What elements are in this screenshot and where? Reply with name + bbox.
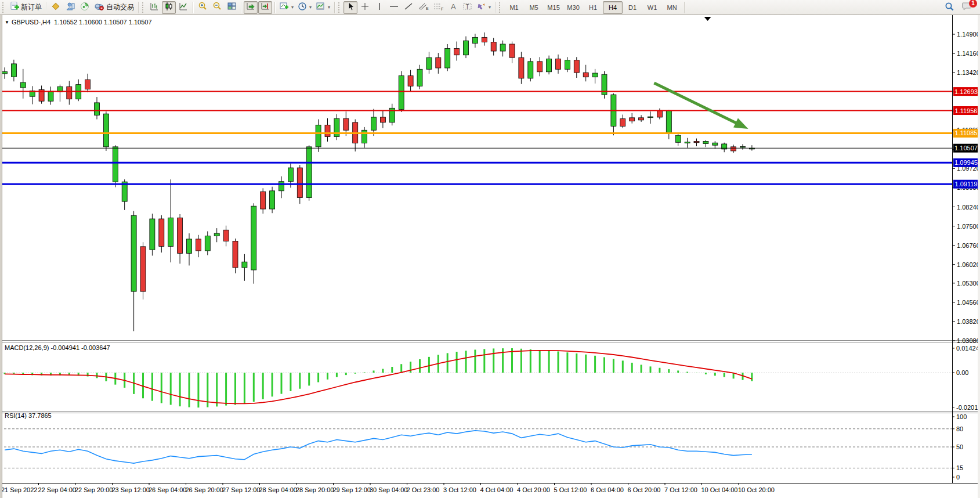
vertical-line-tool-button[interactable]	[373, 1, 386, 14]
candle	[279, 182, 284, 191]
candle	[547, 59, 552, 71]
candle	[565, 60, 570, 70]
candle	[85, 80, 91, 89]
templates-icon	[316, 2, 326, 13]
text-label-tool-button[interactable]: T	[461, 1, 475, 14]
candle	[519, 57, 524, 78]
candle	[2, 71, 8, 74]
candlestick-chart-icon	[164, 2, 173, 13]
candle	[288, 168, 293, 182]
new-chart-button[interactable]: ▾	[277, 1, 295, 14]
timeframe-button-m1[interactable]: M1	[504, 1, 524, 14]
zoom-out-button[interactable]	[210, 1, 224, 14]
shapes-tool-button[interactable]: ▾	[475, 1, 493, 14]
timeframe-button-d1[interactable]: D1	[623, 1, 642, 14]
candle	[528, 62, 533, 78]
chevron-down-icon: ▾	[291, 5, 294, 10]
notifications-button[interactable]: 1	[960, 1, 974, 14]
window-border-left	[0, 15, 2, 498]
candle	[464, 41, 469, 55]
timeframe-button-mn[interactable]: MN	[662, 1, 682, 14]
toolbar-drag-handle[interactable]	[2, 2, 6, 13]
candle	[648, 117, 653, 118]
pane-splitter-macd[interactable]	[0, 339, 980, 342]
timeframe-button-h4[interactable]: H4	[603, 1, 623, 14]
trendline-icon	[404, 2, 413, 13]
candle	[445, 49, 450, 68]
new-order-icon	[9, 1, 19, 13]
time-axis[interactable]	[0, 483, 952, 498]
new-chart-icon	[279, 2, 289, 13]
horizontal-line-tool-button[interactable]	[387, 1, 401, 14]
candle	[187, 239, 192, 254]
fibonacci-tool-button[interactable]: F	[431, 1, 446, 14]
candle	[205, 236, 210, 251]
candle	[500, 44, 505, 51]
timeframe-button-h1[interactable]: H1	[583, 1, 603, 14]
profiles-button[interactable]	[63, 1, 77, 14]
line-chart-button[interactable]	[176, 1, 190, 14]
toolbar-drag-handle[interactable]	[338, 2, 342, 13]
zoom-in-button[interactable]	[196, 1, 209, 14]
timeframe-button-w1[interactable]: W1	[642, 1, 662, 14]
candle	[150, 219, 155, 250]
toolbar-drag-handle[interactable]	[499, 2, 502, 13]
candle	[639, 118, 644, 120]
toolbar-drag-handle[interactable]	[142, 2, 146, 13]
chart-canvas[interactable]: 1.149001.141601.134201.126801.119401.112…	[0, 15, 980, 498]
trading-terminal-window: 新订单 自动交易	[0, 0, 980, 498]
chart-collapse-icon[interactable]: ▼	[5, 20, 9, 25]
tile-windows-button[interactable]	[225, 1, 238, 14]
layouts-button[interactable]	[49, 1, 63, 14]
candle	[316, 125, 321, 147]
price-axis[interactable]	[952, 15, 980, 483]
crosshair-tool-button[interactable]	[358, 1, 372, 14]
search-button[interactable]	[942, 1, 956, 14]
candle	[408, 75, 413, 86]
cursor-tool-button[interactable]	[343, 1, 357, 14]
candle	[140, 247, 146, 291]
candle	[556, 59, 561, 69]
candle	[48, 91, 53, 101]
signals-button[interactable]	[78, 1, 92, 14]
candle	[436, 57, 441, 68]
candle	[740, 146, 746, 147]
candle	[214, 233, 219, 236]
toolbar-right-tools: 1	[942, 1, 979, 14]
timeframe-button-m30[interactable]: M30	[563, 1, 583, 14]
candle	[242, 262, 247, 268]
trendline-tool-button[interactable]	[402, 1, 415, 14]
candle	[537, 62, 543, 72]
chart-shift-button[interactable]	[258, 1, 272, 14]
timeframe-button-m5[interactable]: M5	[524, 1, 544, 14]
timeframe-button-m15[interactable]: M15	[544, 1, 563, 14]
pane-splitter-rsi[interactable]	[0, 410, 980, 413]
bar-chart-button[interactable]	[147, 1, 161, 14]
candle	[380, 117, 385, 122]
profiles-icon	[66, 2, 75, 13]
candle	[491, 42, 496, 51]
text-label-icon: T	[462, 2, 473, 13]
chart-ohlc-readout: 1.10552 1.10600 1.10507 1.10507	[54, 19, 151, 26]
period-button[interactable]: ▾	[296, 1, 313, 14]
templates-button[interactable]: ▾	[314, 1, 332, 14]
bar-chart-icon	[150, 2, 159, 13]
candle	[666, 110, 671, 132]
new-order-button[interactable]: 新订单	[8, 1, 44, 14]
candle	[685, 142, 690, 143]
candlestick-chart-button[interactable]	[162, 1, 176, 14]
autotrading-button[interactable]: 自动交易	[92, 1, 136, 14]
auto-scroll-button[interactable]	[244, 1, 258, 14]
channel-tool-button[interactable]: E	[416, 1, 431, 14]
svg-text:E: E	[426, 6, 429, 10]
candle	[454, 49, 460, 55]
text-tool-button[interactable]: A	[446, 1, 460, 14]
candle	[270, 191, 275, 209]
macd-values: -0.004941 -0.003647	[50, 344, 110, 351]
candle	[67, 86, 72, 99]
chart-region: 1.149001.141601.134201.126801.119401.112…	[0, 15, 980, 498]
channel-icon: E	[418, 2, 429, 13]
svg-text:T: T	[466, 3, 469, 9]
candle	[713, 143, 718, 145]
candle	[417, 69, 422, 86]
